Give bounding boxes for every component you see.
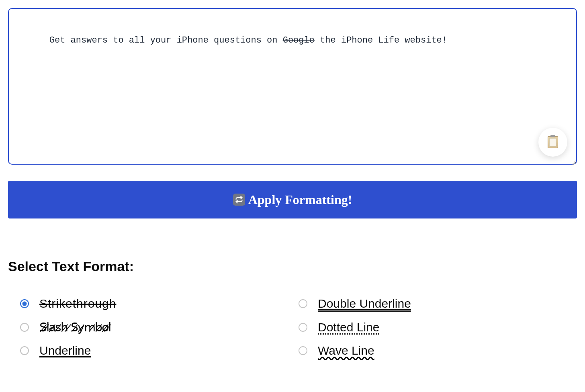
format-option-underline[interactable]: Underline xyxy=(20,344,299,357)
radio-double-underline[interactable] xyxy=(299,299,307,308)
format-label-wave: Wave Line xyxy=(318,344,374,357)
format-option-double-underline[interactable]: Double Underline xyxy=(299,297,577,310)
apply-button-label: Apply Formatting! xyxy=(248,192,352,207)
radio-strikethrough[interactable] xyxy=(20,299,29,308)
format-option-wave[interactable]: Wave Line xyxy=(299,344,577,357)
output-area: Get answers to all your iPhone questions… xyxy=(8,8,577,166)
format-label-underline: Underline xyxy=(39,344,91,357)
repeat-icon xyxy=(233,194,245,206)
radio-dotted[interactable] xyxy=(299,323,307,332)
format-option-strikethrough[interactable]: Strikethrough xyxy=(20,297,299,310)
clipboard-icon xyxy=(548,136,558,148)
radio-underline[interactable] xyxy=(20,346,29,355)
output-textarea[interactable] xyxy=(8,8,577,165)
format-option-slash[interactable]: S̷l̷a̷s̷h̷ ̷S̷y̷m̷b̷o̷l̷ xyxy=(20,320,299,334)
format-label-dotted: Dotted Line xyxy=(318,321,379,334)
radio-wave[interactable] xyxy=(299,346,307,355)
apply-formatting-button[interactable]: Apply Formatting! xyxy=(8,181,577,218)
section-heading: Select Text Format: xyxy=(8,259,577,274)
format-label-strikethrough: Strikethrough xyxy=(39,297,116,310)
radio-slash[interactable] xyxy=(20,323,29,332)
format-label-slash: S̷l̷a̷s̷h̷ ̷S̷y̷m̷b̷o̷l̷ xyxy=(39,320,110,334)
format-options-group: Strikethrough Double Underline S̷l̷a̷s̷h… xyxy=(8,297,577,357)
copy-clipboard-button[interactable] xyxy=(538,128,567,157)
format-option-dotted[interactable]: Dotted Line xyxy=(299,320,577,334)
format-label-double-underline: Double Underline xyxy=(318,297,411,310)
